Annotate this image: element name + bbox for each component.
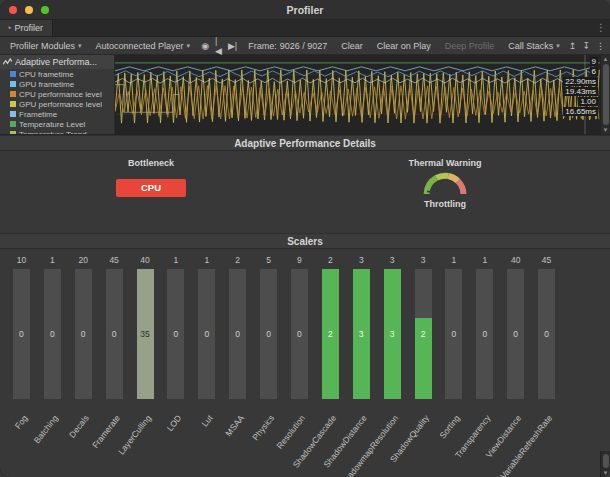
scaler-current-value: 0 — [167, 329, 184, 339]
scaler-current-value: 0 — [507, 329, 524, 339]
scaler-label-wrap: Batching — [19, 407, 52, 425]
clear-button[interactable]: Clear — [335, 37, 369, 54]
legend-item[interactable]: CPU frametime — [0, 69, 114, 79]
load-profile-icon[interactable]: ↧ — [579, 41, 593, 51]
scaler-label: VariableRefreshRate — [498, 413, 554, 477]
next-frame-icon[interactable]: ▶| — [225, 41, 240, 51]
details-section-header: Adaptive Performance Details — [0, 135, 610, 151]
scaler-bar[interactable]: 2 — [322, 269, 339, 399]
legend-label: GPU performance level — [19, 100, 102, 109]
scaler-current-value: 0 — [106, 329, 123, 339]
scaler-columns: 100Fog10Batching200Decals450Framerate403… — [6, 249, 562, 399]
scaler-bar[interactable]: 35 — [137, 269, 154, 399]
scaler-bar[interactable]: 0 — [198, 269, 215, 399]
throttling-label: Throttling — [399, 199, 491, 209]
bottleneck-group: Bottleneck CPU — [105, 158, 197, 197]
scaler-max-value: 1 — [438, 253, 469, 267]
bottleneck-label: Bottleneck — [105, 158, 197, 168]
scaler-current-value: 0 — [75, 329, 92, 339]
scaler-bar[interactable]: 0 — [229, 269, 246, 399]
tab-label: Profiler — [14, 23, 43, 33]
legend-item[interactable]: Temperature Level — [0, 119, 114, 129]
legend-item[interactable]: Temperature Trend — [0, 129, 114, 134]
chart-value-tag: 22.90ms — [563, 77, 598, 86]
module-chart[interactable]: 9622.90ms19.43ms1.0016.65ms — [115, 55, 600, 134]
scaler-bar[interactable]: 0 — [106, 269, 123, 399]
previous-frame-icon[interactable]: |◀ — [212, 36, 225, 56]
clear-on-play-label: Clear on Play — [377, 41, 431, 51]
chart-value-tag: 19.43ms — [563, 87, 598, 96]
scaler-bar[interactable]: 3 — [353, 269, 370, 399]
scaler-label-wrap: Lut — [195, 407, 207, 425]
maximize-window-icon[interactable] — [41, 6, 49, 14]
call-stacks-dropdown[interactable]: Call Stacks ▾ — [502, 37, 566, 54]
scaler-current-value: 2 — [415, 329, 432, 339]
traffic-lights — [9, 6, 49, 14]
scaler-bar[interactable]: 0 — [507, 269, 524, 399]
target-label: Autoconnected Player — [96, 41, 184, 51]
module-header-adaptive-performance[interactable]: Adaptive Performa... — [0, 55, 114, 69]
tab-profiler[interactable]: ◔ Profiler — [0, 20, 53, 36]
legend-label: Temperature Level — [19, 120, 85, 129]
legend-label: Frametime — [19, 110, 57, 119]
scaler-column-Resolution: 90Resolution — [284, 253, 315, 399]
module-name: Adaptive Performa... — [15, 57, 97, 67]
bottleneck-value-button: CPU — [116, 179, 186, 197]
scaler-bar[interactable]: 0 — [445, 269, 462, 399]
scaler-max-value: 2 — [315, 253, 346, 267]
scaler-column-Transparency: 10Transparency — [469, 253, 500, 399]
scaler-bar[interactable]: 0 — [44, 269, 61, 399]
profiler-gauge-icon: ◔ — [6, 24, 11, 33]
profiler-modules-dropdown[interactable]: Profiler Modules ▾ — [4, 37, 88, 54]
scaler-bar[interactable]: 0 — [75, 269, 92, 399]
scaler-label-wrap: MSAA — [214, 407, 238, 425]
scaler-current-value: 2 — [322, 329, 339, 339]
chevron-down-icon: ▾ — [187, 42, 191, 50]
scalers-section-header: Scalers — [0, 233, 610, 249]
panel-vertical-scrollbar[interactable]: ▼ — [600, 451, 610, 477]
minimize-window-icon[interactable] — [25, 6, 33, 14]
toolbar-kebab-icon[interactable]: ⋮ — [593, 41, 608, 51]
scaler-column-Batching: 10Batching — [37, 253, 68, 399]
module-chart-svg — [115, 55, 600, 134]
scaler-bar[interactable]: 0 — [476, 269, 493, 399]
scrollbar-thumb[interactable] — [603, 454, 609, 468]
scaler-bar[interactable]: 2 — [415, 269, 432, 399]
save-profile-icon[interactable]: ↥ — [566, 41, 580, 51]
scaler-bar[interactable]: 0 — [291, 269, 308, 399]
thermal-gauge-icon — [422, 171, 468, 196]
scaler-current-value: 0 — [44, 329, 61, 339]
scaler-bar[interactable]: 3 — [384, 269, 401, 399]
tab-menu-kebab-icon[interactable]: ⋮ — [596, 22, 606, 34]
legend-label: CPU performance level — [19, 90, 102, 99]
scroll-up-icon[interactable]: ▲ — [603, 55, 609, 63]
legend-swatch-icon — [10, 81, 16, 87]
legend-item[interactable]: GPU frametime — [0, 79, 114, 89]
legend-item[interactable]: GPU performance level — [0, 99, 114, 109]
scaler-bar[interactable]: 0 — [167, 269, 184, 399]
scaler-current-value: 0 — [229, 329, 246, 339]
scaler-max-value: 1 — [37, 253, 68, 267]
scaler-bar[interactable]: 0 — [13, 269, 30, 399]
clear-on-play-toggle[interactable]: Clear on Play — [371, 37, 437, 54]
scaler-current-value: 0 — [198, 329, 215, 339]
scaler-column-MSAA: 20MSAA — [222, 253, 253, 399]
scrollbar-thumb[interactable] — [603, 64, 609, 125]
scaler-bar[interactable]: 0 — [260, 269, 277, 399]
scroll-down-icon[interactable]: ▼ — [603, 126, 609, 134]
legend-swatch-icon — [10, 111, 16, 117]
legend-item[interactable]: CPU performance level — [0, 89, 114, 99]
chart-vertical-scrollbar[interactable]: ▲ ▼ — [600, 55, 610, 134]
record-icon[interactable]: ◉ — [198, 41, 212, 51]
legend-item[interactable]: Frametime — [0, 109, 114, 119]
thermal-warning-label: Thermal Warning — [399, 158, 491, 168]
chart-value-tag: 16.65ms — [563, 107, 598, 116]
legend-swatch-icon — [10, 91, 16, 97]
target-selection-dropdown[interactable]: Autoconnected Player ▾ — [90, 37, 197, 54]
scaler-bar[interactable]: 0 — [538, 269, 555, 399]
scaler-max-value: 3 — [408, 253, 439, 267]
legend-swatch-icon — [10, 101, 16, 107]
scroll-down-icon[interactable]: ▼ — [603, 469, 609, 477]
close-window-icon[interactable] — [9, 6, 17, 14]
scaler-label: ShadowQuality — [388, 413, 431, 464]
